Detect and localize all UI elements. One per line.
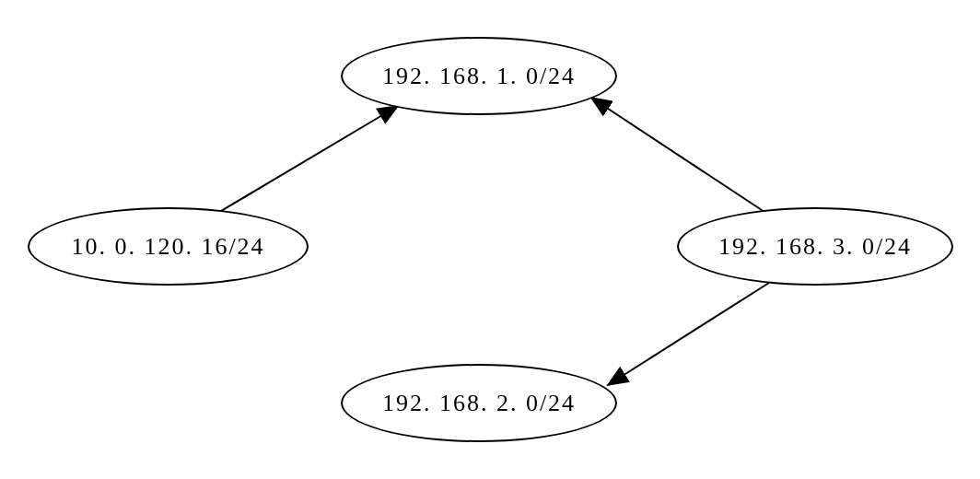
node-bottom-label: 192. 168. 2. 0/24 xyxy=(382,390,576,417)
node-left: 10. 0. 120. 16/24 xyxy=(28,207,309,286)
node-left-label: 10. 0. 120. 16/24 xyxy=(71,233,264,261)
node-bottom: 192. 168. 2. 0/24 xyxy=(341,364,617,442)
node-top-label: 192. 168. 1. 0/24 xyxy=(382,63,576,90)
node-right: 192. 168. 3. 0/24 xyxy=(677,207,953,286)
node-right-label: 192. 168. 3. 0/24 xyxy=(718,233,912,261)
network-diagram: 192. 168. 1. 0/24 10. 0. 120. 16/24 192.… xyxy=(0,0,980,479)
edge-left-to-top xyxy=(216,106,398,214)
edge-right-to-top xyxy=(591,98,764,212)
edge-right-to-bottom xyxy=(608,283,769,385)
node-top: 192. 168. 1. 0/24 xyxy=(341,37,617,115)
